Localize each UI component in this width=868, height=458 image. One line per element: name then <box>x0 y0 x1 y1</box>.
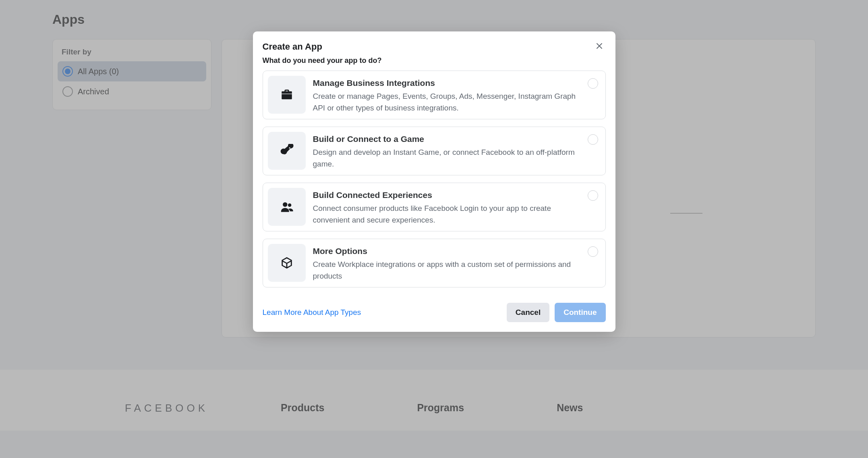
option-radio[interactable] <box>588 190 598 201</box>
option-title: Manage Business Integrations <box>313 78 580 88</box>
cube-icon <box>268 244 306 282</box>
svg-point-0 <box>289 147 290 148</box>
option-text: Build or Connect to a Game Design and de… <box>313 132 580 170</box>
option-title: Build Connected Experiences <box>313 190 580 200</box>
game-icon <box>268 132 306 170</box>
option-title: More Options <box>313 246 580 256</box>
modal-subtitle: What do you need your app to do? <box>253 56 615 71</box>
option-desc: Connect consumer products like Facebook … <box>313 202 580 226</box>
option-business[interactable]: Manage Business Integrations Create or m… <box>263 71 606 119</box>
option-radio[interactable] <box>588 78 598 89</box>
app-type-options: Manage Business Integrations Create or m… <box>253 71 615 287</box>
continue-button[interactable]: Continue <box>555 303 605 322</box>
people-icon <box>268 188 306 226</box>
modal-title: Create an App <box>263 42 322 52</box>
modal-header: Create an App <box>253 31 615 56</box>
close-button[interactable] <box>593 40 606 53</box>
option-text: Build Connected Experiences Connect cons… <box>313 188 580 226</box>
modal-buttons: Cancel Continue <box>507 303 606 322</box>
briefcase-icon <box>268 76 306 114</box>
learn-more-link[interactable]: Learn More About App Types <box>263 308 361 317</box>
option-game[interactable]: Build or Connect to a Game Design and de… <box>263 127 606 175</box>
option-radio[interactable] <box>588 134 598 145</box>
option-title: Build or Connect to a Game <box>313 134 580 144</box>
create-app-modal: Create an App What do you need your app … <box>253 31 615 332</box>
option-more[interactable]: More Options Create Workplace integratio… <box>263 239 606 287</box>
option-desc: Create or manage Pages, Events, Groups, … <box>313 90 580 114</box>
option-connected[interactable]: Build Connected Experiences Connect cons… <box>263 183 606 231</box>
svg-point-2 <box>288 203 291 207</box>
option-text: Manage Business Integrations Create or m… <box>313 76 580 114</box>
option-desc: Design and develop an Instant Game, or c… <box>313 146 580 170</box>
svg-point-1 <box>283 202 287 206</box>
close-icon <box>595 42 603 52</box>
modal-footer: Learn More About App Types Cancel Contin… <box>253 287 615 332</box>
cancel-button[interactable]: Cancel <box>507 303 549 322</box>
option-radio[interactable] <box>588 246 598 257</box>
option-desc: Create Workplace integrations or apps wi… <box>313 258 580 282</box>
option-text: More Options Create Workplace integratio… <box>313 244 580 282</box>
